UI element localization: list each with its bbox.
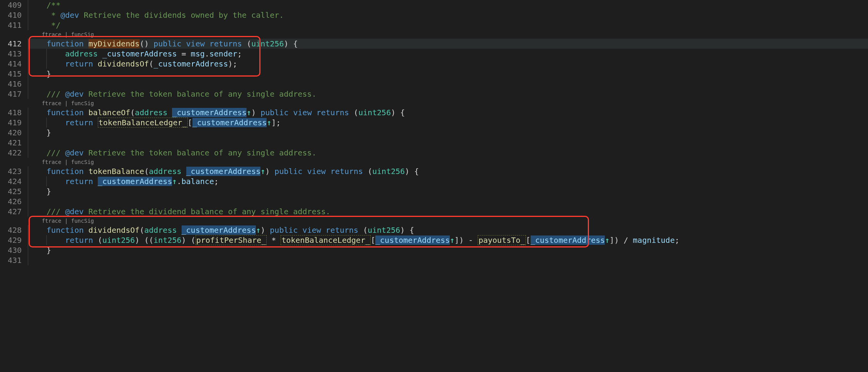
- line-number[interactable]: 430: [8, 245, 22, 255]
- variable: _customerAddress: [102, 49, 177, 58]
- line-number[interactable]: 412: [8, 39, 22, 49]
- code-line[interactable]: }: [28, 69, 868, 79]
- line-number[interactable]: 422: [8, 148, 22, 158]
- line-gutter: 409 410 411 412 413 414 415 416 417 418 …: [0, 0, 26, 372]
- line-number[interactable]: 413: [8, 49, 22, 59]
- line-number[interactable]: 427: [8, 206, 22, 217]
- code-line[interactable]: */: [28, 20, 868, 30]
- line-number[interactable]: 426: [8, 196, 22, 206]
- code-line[interactable]: [28, 79, 868, 89]
- parameter: _customerAddress: [172, 108, 247, 117]
- code-line[interactable]: return _customerAddress↑.balance;: [28, 176, 868, 186]
- code-line[interactable]: }: [28, 186, 868, 196]
- arrow-up-icon: ↑: [267, 118, 271, 127]
- code-editor: 409 410 411 412 413 414 415 416 417 418 …: [0, 0, 868, 372]
- code-line[interactable]: /// @dev Retrieve the dividend balance o…: [28, 206, 868, 217]
- function-name: balanceOf: [89, 108, 130, 117]
- code-content[interactable]: /** * @dev Retrieve the dividends owned …: [26, 0, 868, 372]
- line-number[interactable]: 411: [8, 20, 22, 30]
- code-line[interactable]: }: [28, 128, 868, 138]
- line-number[interactable]: 409: [8, 0, 22, 10]
- codelens[interactable]: ftrace | funcSig: [28, 217, 868, 225]
- storage-variable: profitPerShare_: [196, 235, 267, 245]
- arrow-up-icon: ↑: [450, 235, 454, 245]
- parameter: _customerAddress: [182, 225, 256, 235]
- code-line[interactable]: /// @dev Retrieve the token balance of a…: [28, 148, 868, 158]
- code-line[interactable]: }: [28, 245, 868, 255]
- function-name: myDividends: [89, 39, 140, 48]
- line-number[interactable]: 414: [8, 59, 22, 69]
- line-number[interactable]: 424: [8, 176, 22, 186]
- code-line[interactable]: [28, 196, 868, 206]
- doc-comment: */: [46, 20, 60, 30]
- codelens[interactable]: ftrace | funcSig: [28, 99, 868, 108]
- storage-variable: payoutsTo_: [478, 235, 526, 245]
- doc-tag: @dev: [60, 10, 79, 20]
- function-name: tokenBalance: [89, 167, 145, 176]
- function-call: dividendsOf: [98, 59, 149, 68]
- doc-comment: *: [46, 10, 60, 20]
- function-name: dividendsOf: [89, 225, 140, 235]
- code-line[interactable]: /**: [28, 0, 868, 10]
- line-number[interactable]: 420: [8, 128, 22, 138]
- code-line[interactable]: return (uint256) ((int256) (profitPerSha…: [28, 235, 868, 245]
- line-number[interactable]: 428: [8, 225, 22, 235]
- code-line[interactable]: [28, 138, 868, 148]
- parameter: _customerAddress: [186, 167, 261, 176]
- code-line[interactable]: return tokenBalanceLedger_[_customerAddr…: [28, 118, 868, 128]
- code-line[interactable]: /// @dev Retrieve the token balance of a…: [28, 89, 868, 99]
- doc-text: Retrieve the dividends owned by the call…: [79, 10, 284, 20]
- line-number[interactable]: 415: [8, 69, 22, 79]
- code-line[interactable]: function tokenBalance(address _customerA…: [28, 166, 868, 176]
- keyword-function: function: [46, 39, 83, 48]
- code-line[interactable]: return dividendsOf(_customerAddress);: [28, 59, 868, 69]
- code-line[interactable]: address _customerAddress = msg.sender;: [28, 49, 868, 59]
- line-number[interactable]: 421: [8, 138, 22, 148]
- line-number[interactable]: 418: [8, 108, 22, 118]
- line-number[interactable]: 417: [8, 89, 22, 99]
- arrow-up-icon: ↑: [260, 167, 265, 176]
- arrow-up-icon: ↑: [605, 235, 609, 245]
- code-line[interactable]: function balanceOf(address _customerAddr…: [28, 108, 868, 118]
- codelens[interactable]: ftrace | funcSig: [28, 158, 868, 166]
- arrow-up-icon: ↑: [247, 108, 251, 117]
- storage-variable: tokenBalanceLedger_: [281, 235, 371, 245]
- storage-variable: tokenBalanceLedger_: [98, 118, 188, 128]
- arrow-up-icon: ↑: [256, 225, 260, 235]
- line-number[interactable]: 416: [8, 79, 22, 89]
- arrow-up-icon: ↑: [172, 177, 177, 186]
- line-number[interactable]: 419: [8, 118, 22, 128]
- line-number[interactable]: 429: [8, 235, 22, 245]
- code-line[interactable]: function myDividends() public view retur…: [28, 39, 868, 49]
- code-line[interactable]: function dividendsOf(address _customerAd…: [28, 225, 868, 235]
- line-number[interactable]: 423: [8, 166, 22, 176]
- code-line[interactable]: * @dev Retrieve the dividends owned by t…: [28, 10, 868, 20]
- line-number[interactable]: 425: [8, 186, 22, 196]
- code-line[interactable]: [28, 255, 868, 265]
- codelens[interactable]: ftrace | funcSig: [28, 30, 868, 39]
- line-number[interactable]: 410: [8, 10, 22, 20]
- doc-comment: /**: [46, 0, 60, 10]
- line-number[interactable]: 431: [8, 255, 22, 265]
